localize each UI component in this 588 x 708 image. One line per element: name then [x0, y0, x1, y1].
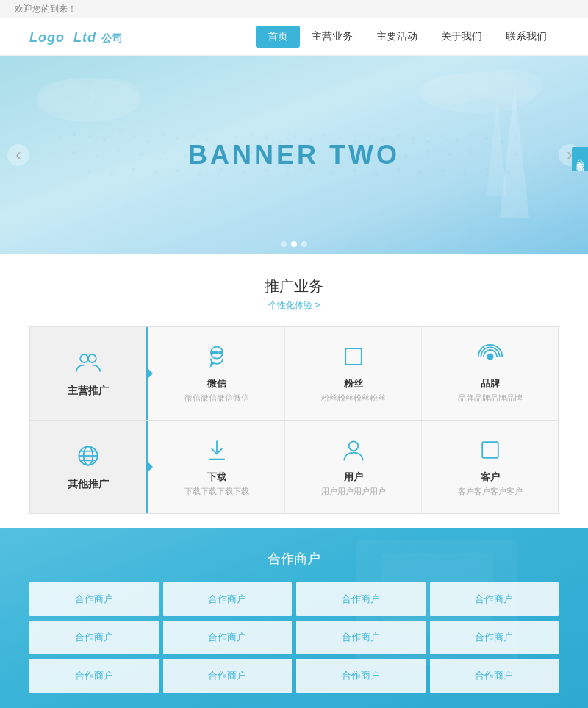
svg-rect-29	[397, 134, 400, 137]
svg-rect-75	[441, 169, 444, 172]
svg-rect-19	[250, 133, 253, 136]
partner-cell-8[interactable]: 合作商户	[29, 659, 159, 693]
svg-rect-9	[103, 138, 106, 141]
svg-rect-31	[426, 140, 429, 143]
promo-main-label-0: 主营推广	[68, 385, 109, 398]
promo-cell-desc-0-2: 品牌品牌品牌品牌	[458, 393, 523, 404]
dot-1[interactable]	[281, 241, 287, 247]
banner: ‹ BANNER TWO ›	[0, 56, 588, 254]
svg-rect-59	[88, 170, 91, 173]
partners-section: 合作商户 合作商户合作商户合作商户合作商户合作商户合作商户合作商户合作商户合作商…	[0, 528, 588, 708]
banner-text: BANNER TWO	[188, 140, 400, 171]
svg-rect-61	[132, 168, 135, 171]
promo-cell-icon-0-1	[340, 343, 367, 373]
promo-main-cell-1[interactable]: 其他推广	[30, 421, 148, 513]
promo-cell-label-0-1: 粉丝	[344, 377, 363, 390]
promo-cell-0-0[interactable]: 微信微信微信微信微信	[148, 327, 284, 420]
svg-rect-72	[375, 172, 378, 175]
promo-cell-icon-1-1	[340, 437, 367, 466]
promo-cell-icon-1-0	[204, 437, 230, 466]
partner-cell-2[interactable]: 合作商户	[296, 582, 426, 616]
promo-row-1: 其他推广 下载下载下载下载下载 用户用户用户用户用户 客户客户客户客户客户	[29, 420, 559, 514]
promo-cell-desc-0-1: 粉丝粉丝粉丝粉丝	[321, 393, 386, 404]
svg-rect-64	[198, 172, 201, 175]
header: Logo Ltd 公司 首页主营业务主要活动关于我们联系我们	[0, 18, 588, 56]
svg-point-0	[37, 78, 140, 122]
svg-rect-62	[154, 171, 157, 174]
partner-cell-7[interactable]: 合作商户	[430, 621, 559, 654]
svg-rect-11	[132, 135, 135, 138]
partner-cell-9[interactable]: 合作商户	[163, 659, 293, 693]
nav-item-2[interactable]: 主要活动	[365, 26, 429, 48]
svg-point-80	[88, 354, 96, 362]
svg-rect-8	[88, 135, 91, 138]
svg-rect-24	[323, 134, 326, 137]
svg-rect-27	[368, 135, 370, 138]
svg-point-1	[37, 80, 96, 112]
promo-sub-cells-0: 微信微信微信微信微信 粉丝粉丝粉丝粉丝粉丝 品牌品牌品牌品牌品牌	[148, 327, 558, 420]
banner-prev-arrow[interactable]: ‹	[7, 144, 29, 166]
nav-item-1[interactable]: 主营业务	[300, 26, 365, 48]
partner-cell-6[interactable]: 合作商户	[296, 621, 426, 654]
svg-rect-54	[426, 150, 429, 153]
main-nav: 首页主营业务主要活动关于我们联系我们	[256, 26, 559, 48]
svg-rect-76	[463, 172, 466, 175]
svg-rect-68	[287, 172, 290, 175]
nav-item-3[interactable]: 关于我们	[429, 26, 494, 48]
svg-point-86	[487, 354, 492, 359]
partner-cell-0[interactable]: 合作商户	[29, 582, 159, 616]
promo-arrow-0	[146, 366, 153, 381]
svg-rect-53	[404, 155, 407, 158]
dot-3[interactable]	[301, 241, 307, 247]
promo-cell-label-0-2: 品牌	[481, 377, 500, 390]
promo-main-icon-0	[75, 349, 101, 379]
partner-cell-1[interactable]: 合作商户	[163, 582, 293, 616]
svg-point-93	[348, 441, 358, 451]
promo-cell-desc-1-1: 用户用户用户用户	[321, 486, 386, 497]
svg-rect-38	[74, 151, 76, 154]
partner-cell-10[interactable]: 合作商户	[296, 659, 426, 693]
dot-2[interactable]	[291, 241, 297, 247]
promo-cell-1-1[interactable]: 用户用户用户用户用户	[284, 421, 421, 513]
partner-cell-3[interactable]: 合作商户	[430, 582, 559, 616]
nav-item-0[interactable]: 首页	[256, 26, 300, 48]
svg-rect-74	[419, 171, 422, 174]
svg-rect-66	[243, 171, 245, 174]
svg-rect-7	[74, 133, 76, 136]
promo-cell-0-2[interactable]: 品牌品牌品牌品牌品牌	[421, 327, 558, 420]
svg-rect-22	[294, 135, 297, 138]
online-service-sidebar[interactable]: 在线客服 ‹	[572, 147, 588, 171]
partner-cell-5[interactable]: 合作商户	[163, 621, 293, 654]
svg-rect-6	[59, 137, 62, 140]
svg-point-4	[423, 74, 489, 104]
promo-cell-label-1-0: 下载	[207, 471, 226, 484]
svg-rect-33	[456, 138, 459, 141]
promo-title: 推广业务	[29, 276, 559, 296]
promo-rows: 主营推广 微信微信微信微信微信 粉丝粉丝粉丝粉丝粉丝 品牌品牌品牌品牌品牌 其他…	[29, 326, 559, 513]
promo-main-cell-0[interactable]: 主营推广	[30, 327, 148, 420]
welcome-text: 欢迎您的到来！	[15, 4, 76, 14]
promo-cell-1-0[interactable]: 下载下载下载下载下载	[148, 421, 284, 513]
svg-point-83	[215, 351, 218, 354]
promo-cell-icon-0-0	[204, 343, 230, 373]
top-bar: 欢迎您的到来！	[0, 0, 588, 18]
svg-rect-60	[110, 172, 113, 175]
promo-cell-desc-0-0: 微信微信微信微信	[184, 393, 249, 404]
partners-title: 合作商户	[29, 550, 559, 568]
svg-rect-85	[345, 348, 362, 365]
svg-rect-40	[118, 150, 121, 153]
svg-point-2	[88, 79, 140, 106]
svg-rect-10	[118, 129, 121, 132]
promo-cell-desc-1-0: 下载下载下载下载	[184, 486, 249, 497]
svg-rect-13	[162, 133, 165, 136]
logo: Logo Ltd 公司	[29, 29, 123, 46]
svg-rect-55	[448, 153, 451, 156]
nav-item-4[interactable]: 联系我们	[494, 26, 559, 48]
partner-cell-11[interactable]: 合作商户	[430, 659, 559, 693]
partner-cell-4[interactable]: 合作商户	[29, 621, 159, 654]
promo-cell-0-1[interactable]: 粉丝粉丝粉丝粉丝粉丝	[284, 327, 421, 420]
promo-cell-label-1-1: 用户	[344, 471, 363, 484]
svg-rect-34	[470, 134, 473, 137]
promo-cell-1-2[interactable]: 客户客户客户客户客户	[421, 421, 558, 513]
svg-rect-18	[235, 135, 238, 138]
